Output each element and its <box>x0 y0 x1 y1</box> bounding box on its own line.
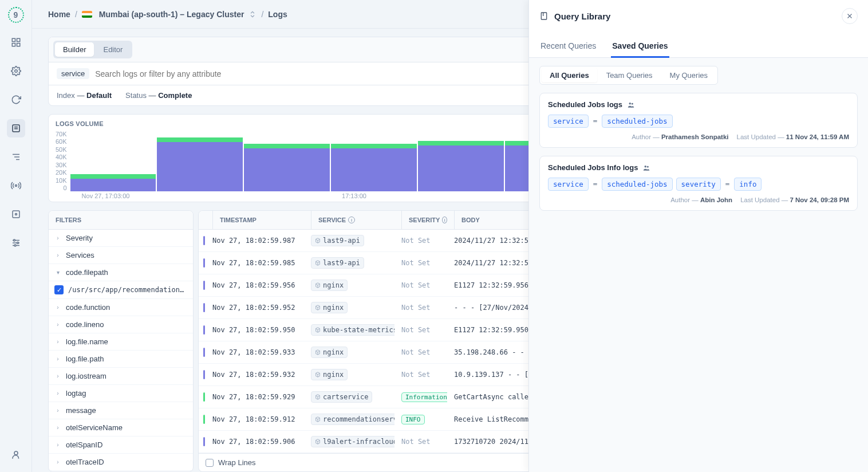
filter-label: code.function <box>66 303 110 312</box>
service-tag[interactable]: last9-api <box>311 235 364 246</box>
nav-broadcast[interactable] <box>7 176 25 195</box>
cell-timestamp: Nov 27, 18:02:59.950 <box>206 319 304 341</box>
filter-item[interactable]: ›message <box>49 402 193 419</box>
checkbox-checked-icon[interactable]: ✓ <box>54 285 64 294</box>
logo: 9 <box>8 7 24 23</box>
filter-item[interactable]: ›code.lineno <box>49 316 193 333</box>
chevron-right-icon: › <box>54 407 61 414</box>
service-tag[interactable]: nginx <box>311 369 348 380</box>
service-tag[interactable]: nginx <box>311 280 348 291</box>
nav-logs[interactable] <box>7 119 25 137</box>
chevron-right-icon: › <box>54 424 61 431</box>
filter-label: log.file.path <box>66 355 104 363</box>
chevron-right-icon: › <box>54 339 61 345</box>
wrap-lines-checkbox[interactable] <box>206 459 214 467</box>
filter-value[interactable]: ✓/usr/src/app/recommendation_serv <box>49 281 193 299</box>
close-button[interactable] <box>842 8 858 24</box>
service-tag[interactable]: cartservice <box>311 391 372 403</box>
cell-severity: Not Set <box>394 274 447 296</box>
col-severity[interactable]: SEVERITYi <box>402 211 455 229</box>
service-tag[interactable]: l9alert-infracloud <box>311 436 394 447</box>
tab-builder[interactable]: Builder <box>55 42 94 57</box>
filter-item[interactable]: ›log.file.path <box>49 351 193 368</box>
scope-tab[interactable]: Team Queries <box>598 68 661 82</box>
filter-label: log.file.name <box>66 337 108 346</box>
query-name: Scheduled Jobs Info logs <box>548 163 638 172</box>
svg-point-18 <box>17 242 18 244</box>
query-chip-service[interactable]: service <box>57 68 89 79</box>
nav-traces[interactable] <box>7 148 25 166</box>
chart-y-axis: 70K60K50K40K30K20K10K0 <box>56 131 70 199</box>
cell-timestamp: Nov 27, 18:02:59.952 <box>206 297 304 318</box>
filter-item[interactable]: ›logtag <box>49 385 193 402</box>
cell-service: recommendationserv <box>304 408 394 430</box>
cell-service: last9-api <box>304 252 394 274</box>
panel-tab[interactable]: Saved Queries <box>611 36 669 58</box>
chart-bar[interactable] <box>418 141 504 191</box>
filter-item[interactable]: ›Services <box>49 247 193 264</box>
severity-notset: Not Set <box>401 348 431 356</box>
filter-item[interactable]: ›log.iostream <box>49 368 193 385</box>
nav-settings[interactable] <box>7 62 25 80</box>
chevron-up-down-icon[interactable] <box>248 10 257 18</box>
token: service <box>548 178 589 191</box>
filter-label: code.lineno <box>66 320 104 329</box>
chevron-right-icon: › <box>54 390 61 396</box>
nav-refresh[interactable] <box>7 91 25 109</box>
filter-item[interactable]: ›otelTraceID <box>49 454 193 471</box>
cell-severity: Not Set <box>394 431 447 453</box>
service-tag[interactable]: nginx <box>311 302 348 313</box>
chart-bar[interactable] <box>331 144 417 191</box>
scope-tab[interactable]: All Queries <box>542 68 597 82</box>
crumb-home[interactable]: Home <box>48 10 70 19</box>
col-timestamp[interactable]: TIMESTAMP <box>213 211 311 229</box>
filter-item[interactable]: ▾code.filepath <box>49 264 193 281</box>
saved-query-card[interactable]: Scheduled Jobs Info logsservice=schedule… <box>539 156 858 211</box>
severity-notset: Not Set <box>401 259 431 267</box>
filter-item[interactable]: ›otelServiceName <box>49 419 193 436</box>
cell-severity: INFO <box>394 408 447 430</box>
token: scheduled-jobs <box>602 178 672 191</box>
service-tag[interactable]: nginx <box>311 347 348 358</box>
service-tag[interactable]: kube-state-metrics <box>311 324 394 336</box>
severity-indicator <box>203 236 205 245</box>
chart-bar[interactable] <box>70 174 156 191</box>
nav-embed[interactable] <box>7 205 25 223</box>
col-service[interactable]: SERVICEi <box>311 211 402 229</box>
severity-indicator <box>203 392 205 402</box>
crumb-region[interactable]: Mumbai (ap-south-1) – Legacy Cluster <box>99 10 244 19</box>
severity-indicator <box>203 348 205 357</box>
nav-sliders[interactable] <box>7 234 25 252</box>
cell-severity: Information <box>394 386 447 408</box>
nav-user[interactable] <box>7 446 25 464</box>
cell-timestamp: Nov 27, 18:02:59.956 <box>206 274 304 296</box>
svg-rect-1 <box>17 38 19 41</box>
svg-point-28 <box>647 166 649 167</box>
severity-notset: Not Set <box>401 326 431 334</box>
chevron-right-icon: › <box>54 304 61 310</box>
team-icon <box>642 164 650 172</box>
filter-item[interactable]: ›code.function <box>49 299 193 316</box>
token: info <box>734 178 762 191</box>
token-operator: = <box>724 178 731 191</box>
severity-notset: Not Set <box>401 371 431 379</box>
chart-bar[interactable] <box>157 137 243 191</box>
severity-indicator <box>203 281 205 290</box>
service-tag[interactable]: recommendationserv <box>311 414 394 425</box>
chevron-right-icon: › <box>54 442 61 448</box>
query-tokens: service=scheduled-jobsseverity=info <box>548 178 849 191</box>
filter-item[interactable]: ›Severity <box>49 230 193 247</box>
scope-tab[interactable]: My Queries <box>662 68 716 82</box>
chart-bar[interactable] <box>244 144 330 191</box>
service-tag[interactable]: last9-api <box>311 257 364 269</box>
nav-dashboard[interactable] <box>7 33 25 52</box>
saved-query-card[interactable]: Scheduled Jobs logsservice=scheduled-job… <box>539 93 858 148</box>
filter-item[interactable]: ›log.file.name <box>49 333 193 351</box>
query-library-panel: Query Library Recent QueriesSaved Querie… <box>528 0 868 472</box>
svg-point-27 <box>645 165 647 167</box>
filter-item[interactable]: ›otelSpanID <box>49 436 193 454</box>
svg-rect-2 <box>12 44 15 46</box>
panel-tab[interactable]: Recent Queries <box>539 36 597 57</box>
sidebar: 9 <box>0 0 32 472</box>
tab-editor[interactable]: Editor <box>95 42 131 57</box>
